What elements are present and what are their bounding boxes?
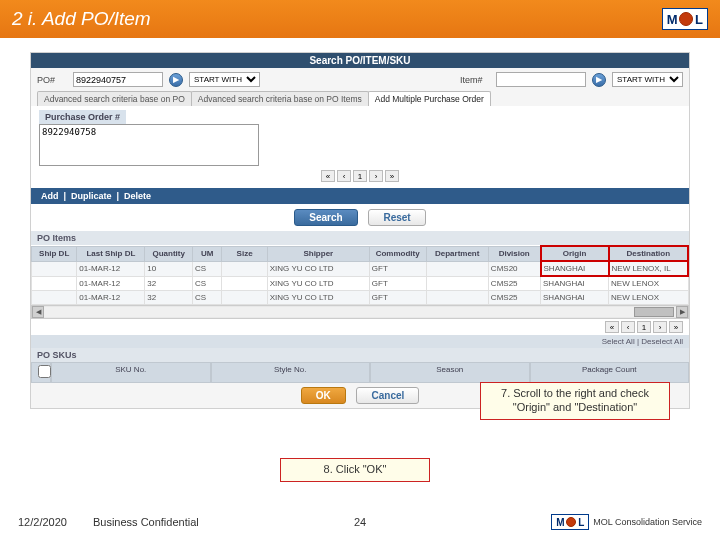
item-match-select[interactable]: START WITH bbox=[612, 72, 683, 87]
callout-step-7: 7. Scroll to the right and check "Origin… bbox=[480, 382, 670, 420]
gpager-first-icon[interactable]: « bbox=[605, 321, 619, 333]
go-icon[interactable]: ▶ bbox=[169, 73, 183, 87]
slide-footer: 12/2/2020 Business Confidential 24 M L M… bbox=[0, 514, 720, 530]
po-skus-label: PO SKUs bbox=[31, 348, 689, 362]
duplicate-link[interactable]: Duplicate bbox=[71, 191, 112, 201]
col-style-no[interactable]: Style No. bbox=[211, 362, 371, 383]
gpager-next-icon[interactable]: › bbox=[653, 321, 667, 333]
globe-icon bbox=[566, 517, 576, 527]
col-shipper[interactable]: Shipper bbox=[267, 246, 369, 261]
slide-title: 2 i. Add PO/Item bbox=[12, 8, 151, 30]
col-last-ship-dl[interactable]: Last Ship DL bbox=[77, 246, 145, 261]
gpager-num[interactable]: 1 bbox=[637, 321, 651, 333]
tab-adv-po-items[interactable]: Advanced search criteria base on PO Item… bbox=[191, 91, 369, 106]
po-items-grid: Ship DL Last Ship DL Quantity UM Size Sh… bbox=[31, 245, 689, 305]
scroll-track[interactable] bbox=[44, 307, 676, 317]
reset-button[interactable]: Reset bbox=[368, 209, 425, 226]
col-origin[interactable]: Origin bbox=[541, 246, 609, 261]
col-destination[interactable]: Destination bbox=[609, 246, 688, 261]
gpager-prev-icon[interactable]: ‹ bbox=[621, 321, 635, 333]
select-deselect[interactable]: Select All | Deselect All bbox=[31, 335, 689, 348]
grid-pager: « ‹ 1 › » bbox=[31, 319, 689, 335]
item-input[interactable] bbox=[496, 72, 586, 87]
ok-button[interactable]: OK bbox=[301, 387, 346, 404]
pager: « ‹ 1 › » bbox=[39, 168, 681, 184]
add-link[interactable]: Add bbox=[41, 191, 59, 201]
po-number-textarea[interactable]: 8922940758 bbox=[39, 124, 259, 166]
tab-add-multiple[interactable]: Add Multiple Purchase Order bbox=[368, 91, 491, 106]
col-season[interactable]: Season bbox=[370, 362, 530, 383]
footer-service: MOL Consolidation Service bbox=[593, 517, 702, 527]
horizontal-scrollbar[interactable]: ◀ ▶ bbox=[31, 305, 689, 319]
search-button[interactable]: Search bbox=[294, 209, 357, 226]
sku-checkbox-col[interactable] bbox=[31, 362, 51, 383]
screenshot-container: Search PO/ITEM/SKU PO# ▶ START WITH Item… bbox=[0, 38, 720, 409]
col-package-count[interactable]: Package Count bbox=[530, 362, 690, 383]
mol-logo: M L bbox=[662, 8, 708, 30]
col-size[interactable]: Size bbox=[222, 246, 267, 261]
po-items-label: PO Items bbox=[31, 231, 689, 245]
po-number-label: Purchase Order # bbox=[39, 110, 126, 124]
pager-next-icon[interactable]: › bbox=[369, 170, 383, 182]
app-frame: Search PO/ITEM/SKU PO# ▶ START WITH Item… bbox=[30, 52, 690, 409]
tab-adv-po[interactable]: Advanced search criteria base on PO bbox=[37, 91, 192, 106]
gpager-last-icon[interactable]: » bbox=[669, 321, 683, 333]
table-row[interactable]: 01-MAR-1232CSXING YU CO LTDGFTCMS25SHANG… bbox=[32, 276, 689, 291]
item-label: Item# bbox=[460, 75, 490, 85]
scroll-right-icon[interactable]: ▶ bbox=[676, 306, 688, 318]
scroll-thumb[interactable] bbox=[634, 307, 674, 317]
footer-page: 24 bbox=[354, 516, 366, 528]
col-commodity[interactable]: Commodity bbox=[369, 246, 426, 261]
footer-confidential: Business Confidential bbox=[93, 516, 199, 528]
slide-title-bar: 2 i. Add PO/Item M L bbox=[0, 0, 720, 38]
scroll-left-icon[interactable]: ◀ bbox=[32, 306, 44, 318]
col-quantity[interactable]: Quantity bbox=[145, 246, 193, 261]
pager-last-icon[interactable]: » bbox=[385, 170, 399, 182]
action-bar: Add | Duplicate | Delete bbox=[31, 188, 689, 204]
sku-header-row: SKU No. Style No. Season Package Count bbox=[31, 362, 689, 383]
col-division[interactable]: Division bbox=[488, 246, 540, 261]
po-input[interactable] bbox=[73, 72, 163, 87]
table-row[interactable]: 01-MAR-1210CSXING YU CO LTDGFTCMS20SHANG… bbox=[32, 261, 689, 276]
search-header: Search PO/ITEM/SKU bbox=[31, 53, 689, 68]
criteria-row: PO# ▶ START WITH Item# ▶ START WITH bbox=[31, 68, 689, 91]
pager-first-icon[interactable]: « bbox=[321, 170, 335, 182]
tabs: Advanced search criteria base on PO Adva… bbox=[31, 91, 689, 106]
table-row[interactable]: 01-MAR-1232CSXING YU CO LTDGFTCMS25SHANG… bbox=[32, 291, 689, 305]
globe-icon bbox=[679, 12, 693, 26]
col-um[interactable]: UM bbox=[192, 246, 221, 261]
pager-prev-icon[interactable]: ‹ bbox=[337, 170, 351, 182]
cancel-button[interactable]: Cancel bbox=[356, 387, 419, 404]
go-icon-2[interactable]: ▶ bbox=[592, 73, 606, 87]
po-label: PO# bbox=[37, 75, 67, 85]
callout-step-8: 8. Click "OK" bbox=[280, 458, 430, 482]
pager-num[interactable]: 1 bbox=[353, 170, 367, 182]
footer-date: 12/2/2020 bbox=[18, 516, 67, 528]
col-ship-dl[interactable]: Ship DL bbox=[32, 246, 77, 261]
col-department[interactable]: Department bbox=[426, 246, 488, 261]
multi-po-panel: Purchase Order # 8922940758 « ‹ 1 › » bbox=[31, 106, 689, 188]
delete-link[interactable]: Delete bbox=[124, 191, 151, 201]
footer-logo: M L MOL Consolidation Service bbox=[551, 514, 702, 530]
col-sku-no[interactable]: SKU No. bbox=[51, 362, 211, 383]
po-match-select[interactable]: START WITH bbox=[189, 72, 260, 87]
search-reset-row: Search Reset bbox=[31, 204, 689, 231]
